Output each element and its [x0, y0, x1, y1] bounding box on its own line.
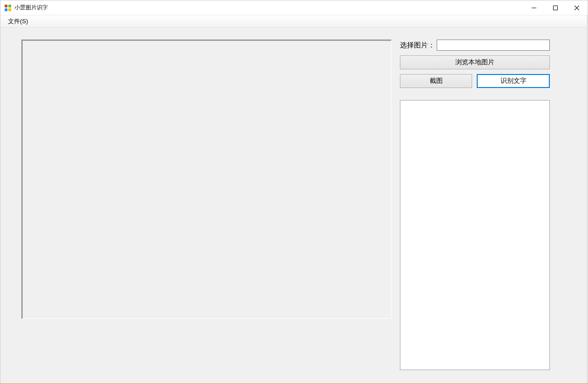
- recognize-text-button[interactable]: 识别文字: [477, 74, 550, 88]
- svg-rect-2: [5, 8, 7, 11]
- menu-file[interactable]: 文件(S): [3, 16, 33, 27]
- svg-rect-1: [8, 5, 11, 7]
- app-window: 小罡图片识字 文件(S) 选择图片： 浏览本地图片: [0, 0, 588, 384]
- close-button[interactable]: [566, 0, 588, 15]
- image-preview-panel: [21, 40, 392, 319]
- minimize-button[interactable]: [523, 0, 545, 15]
- svg-rect-3: [8, 8, 11, 11]
- image-path-input[interactable]: [437, 40, 550, 51]
- select-image-label: 选择图片：: [400, 41, 435, 50]
- svg-rect-0: [5, 5, 7, 7]
- browse-local-image-button[interactable]: 浏览本地图片: [400, 55, 550, 69]
- svg-rect-4: [554, 6, 558, 10]
- app-icon: [4, 4, 12, 12]
- client-area: 选择图片： 浏览本地图片 截图 识别文字: [0, 27, 588, 384]
- title-bar: 小罡图片识字: [0, 0, 588, 15]
- recognition-result-textarea[interactable]: [400, 100, 550, 370]
- side-panel: 选择图片： 浏览本地图片 截图 识别文字: [400, 40, 550, 94]
- maximize-button[interactable]: [545, 0, 566, 15]
- menu-bar: 文件(S): [0, 15, 588, 27]
- window-title: 小罡图片识字: [14, 4, 48, 12]
- window-controls: [523, 0, 588, 15]
- screenshot-button[interactable]: 截图: [400, 74, 472, 88]
